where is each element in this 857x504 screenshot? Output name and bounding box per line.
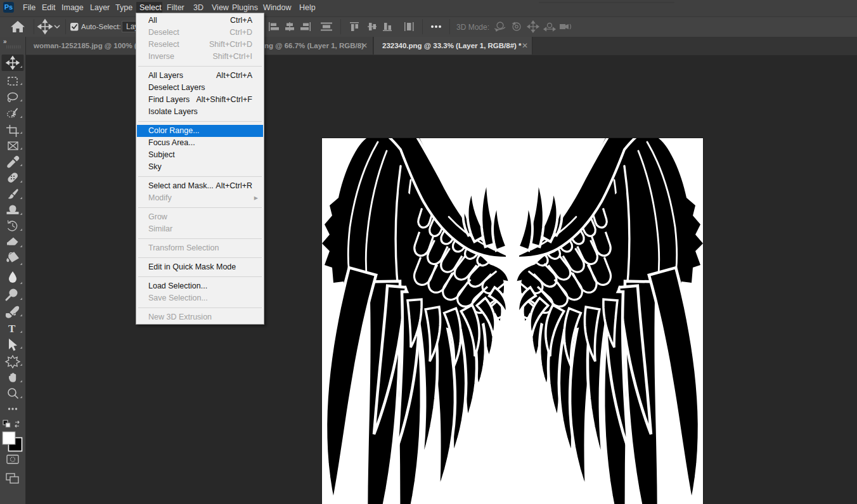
svg-text:T: T bbox=[8, 323, 16, 335]
svg-text:3D Mode:: 3D Mode: bbox=[456, 23, 489, 32]
svg-text:»: » bbox=[3, 38, 7, 45]
